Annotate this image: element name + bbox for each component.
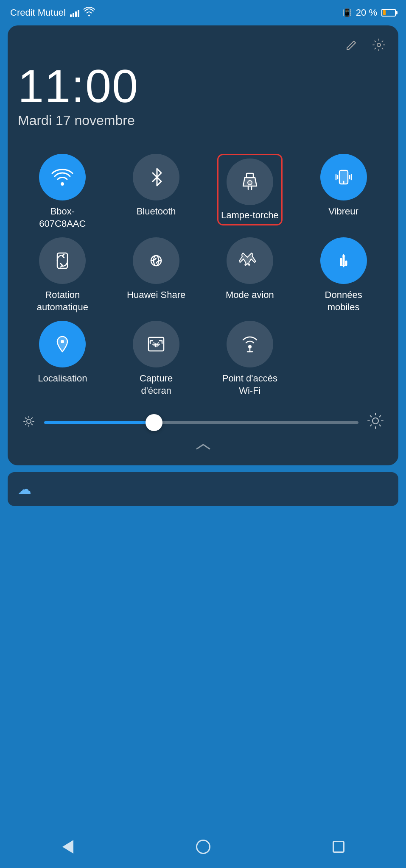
- status-right: 📳 20 %: [342, 7, 396, 18]
- tile-screenshot[interactable]: Captured'écran: [112, 321, 201, 397]
- svg-point-3: [248, 181, 252, 185]
- clock-time: 11:00: [18, 63, 388, 109]
- wifi-tile-label: Bbox-607C8AAC: [39, 206, 86, 230]
- screenshot-tile-label: Captured'écran: [140, 373, 173, 397]
- tile-hotspot[interactable]: Point d'accèsWi-Fi: [205, 321, 295, 397]
- tile-huawei-share[interactable]: Huawei Share: [112, 237, 201, 313]
- tile-location[interactable]: Localisation: [18, 321, 107, 397]
- recents-button[interactable]: [326, 834, 351, 860]
- flashlight-tile-circle: [227, 159, 273, 205]
- huawei-share-tile-circle: [133, 237, 179, 284]
- status-bar: Credit Mutuel 📳 20 %: [0, 0, 406, 25]
- back-button[interactable]: [55, 834, 81, 860]
- signal-icon: [70, 8, 79, 17]
- svg-point-1: [61, 182, 64, 186]
- notification-bar: ☁: [8, 472, 398, 506]
- quick-tiles-grid: Bbox-607C8AAC Bluetooth: [18, 154, 388, 397]
- notification-panel: 11:00 Mardi 17 novembre Bbox-607C8AAC: [8, 25, 398, 465]
- bluetooth-tile-circle: [133, 154, 179, 200]
- clock-date: Mardi 17 novembre: [18, 113, 388, 128]
- edit-icon[interactable]: [342, 36, 361, 54]
- huawei-share-tile-label: Huawei Share: [127, 289, 185, 301]
- svg-rect-2: [246, 173, 253, 178]
- svg-point-13: [372, 418, 378, 424]
- rotation-tile-circle: [39, 237, 86, 284]
- brightness-thumb[interactable]: [146, 414, 162, 431]
- home-icon: [196, 840, 210, 854]
- brightness-low-icon: [22, 415, 36, 431]
- battery-icon: [381, 9, 396, 17]
- tile-vibrate[interactable]: Vibreur: [299, 154, 388, 230]
- wifi-status-icon: [84, 7, 95, 19]
- recents-icon: [333, 841, 344, 853]
- tile-wifi[interactable]: Bbox-607C8AAC: [18, 154, 107, 230]
- svg-point-0: [377, 43, 381, 47]
- tile-mobile-data[interactable]: Donnéesmobiles: [299, 237, 388, 313]
- time-display: 11:00 Mardi 17 novembre: [18, 63, 388, 128]
- brightness-fill: [44, 421, 154, 424]
- brightness-row: [18, 412, 388, 433]
- brightness-high-icon: [367, 412, 384, 433]
- wifi-tile-circle: [39, 154, 86, 200]
- bluetooth-tile-label: Bluetooth: [137, 206, 176, 218]
- navigation-bar: [0, 826, 406, 868]
- tile-bluetooth[interactable]: Bluetooth: [112, 154, 201, 230]
- tile-rotation[interactable]: Rotationautomatique: [18, 237, 107, 313]
- location-tile-label: Localisation: [38, 373, 87, 385]
- hotspot-tile-label: Point d'accèsWi-Fi: [222, 373, 277, 397]
- panel-chevron: [18, 442, 388, 455]
- brightness-slider[interactable]: [44, 421, 358, 424]
- mobile-data-tile-circle: [320, 237, 367, 284]
- home-button[interactable]: [190, 834, 216, 860]
- battery-percent: 20 %: [356, 7, 377, 18]
- mobile-data-tile-label: Donnéesmobiles: [325, 289, 362, 313]
- vibrate-status-icon: 📳: [342, 8, 352, 17]
- flashlight-tile-label: Lampe-torche: [221, 209, 279, 222]
- tile-flashlight[interactable]: Lampe-torche: [205, 154, 295, 230]
- vibrate-tile-circle: [320, 154, 367, 200]
- rotation-tile-label: Rotationautomatique: [37, 289, 88, 313]
- airplane-tile-label: Mode avion: [226, 289, 274, 301]
- panel-top-icons: [18, 36, 388, 54]
- tile-airplane[interactable]: Mode avion: [205, 237, 295, 313]
- hotspot-tile-circle: [227, 321, 273, 367]
- notification-cloud-icon: ☁: [18, 481, 31, 497]
- svg-point-9: [61, 340, 64, 343]
- location-tile-circle: [39, 321, 86, 367]
- carrier-name: Credit Mutuel: [10, 7, 66, 18]
- screenshot-tile-circle: [133, 321, 179, 367]
- airplane-tile-circle: [227, 237, 273, 284]
- settings-icon[interactable]: [370, 36, 388, 54]
- vibrate-tile-label: Vibreur: [328, 206, 358, 218]
- svg-point-12: [27, 419, 31, 423]
- svg-point-8: [154, 256, 159, 266]
- back-icon: [62, 840, 73, 854]
